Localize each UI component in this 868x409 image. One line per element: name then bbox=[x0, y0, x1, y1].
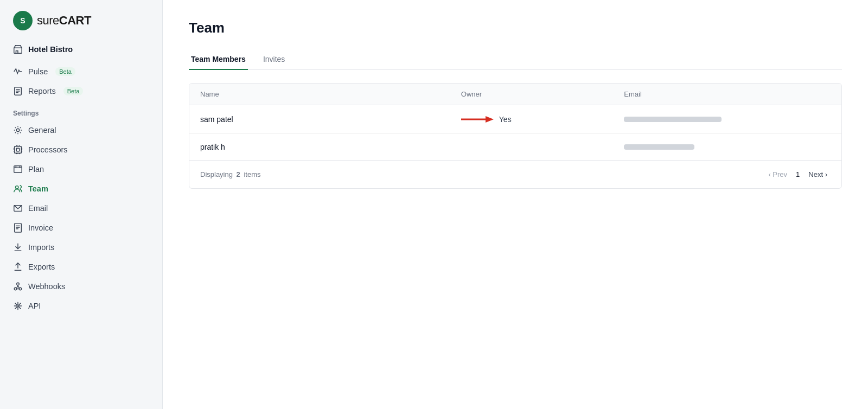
sidebar-item-team[interactable]: Team bbox=[0, 179, 162, 199]
sidebar-item-plan[interactable]: Plan bbox=[0, 159, 162, 179]
processors-icon bbox=[13, 145, 23, 155]
member-email-sam bbox=[613, 105, 841, 134]
sidebar-item-api[interactable]: API bbox=[0, 296, 162, 316]
owner-yes-label: Yes bbox=[499, 115, 512, 124]
table-row: pratik h bbox=[189, 134, 841, 161]
page-container: Team Team Members Invites Name Owner Ema… bbox=[163, 0, 868, 409]
tab-invites[interactable]: Invites bbox=[261, 49, 287, 70]
webhooks-icon bbox=[13, 282, 23, 291]
member-name-sam: sam patel bbox=[189, 105, 450, 134]
logo: S sureCART bbox=[0, 0, 162, 39]
store-name-label: Hotel Bistro bbox=[28, 45, 73, 54]
svg-point-7 bbox=[16, 129, 19, 131]
svg-rect-8 bbox=[15, 146, 22, 154]
svg-line-47 bbox=[19, 303, 21, 305]
svg-point-40 bbox=[17, 305, 19, 307]
logo-text: sureCART bbox=[37, 14, 91, 28]
svg-marker-50 bbox=[486, 116, 494, 123]
team-icon bbox=[13, 184, 23, 194]
next-button[interactable]: Next › bbox=[805, 169, 831, 180]
red-arrow-annotation bbox=[461, 114, 494, 125]
sidebar-item-invoice[interactable]: Invoice bbox=[0, 218, 162, 238]
email-redacted-sam bbox=[624, 117, 722, 122]
member-name-pratik: pratik h bbox=[189, 134, 450, 161]
prev-button[interactable]: ‹ Prev bbox=[765, 169, 790, 180]
member-owner-pratik bbox=[450, 134, 614, 161]
col-owner: Owner bbox=[450, 84, 614, 105]
sidebar-item-exports[interactable]: Exports bbox=[0, 257, 162, 277]
svg-point-38 bbox=[17, 283, 20, 285]
pulse-badge: Beta bbox=[55, 67, 75, 76]
table-header-row: Name Owner Email bbox=[189, 84, 841, 105]
pulse-icon bbox=[13, 67, 23, 76]
table-row: sam patel Yes bbox=[189, 105, 841, 134]
main-content: Team Team Members Invites Name Owner Ema… bbox=[163, 0, 868, 409]
imports-icon bbox=[13, 242, 23, 252]
plan-icon bbox=[13, 164, 23, 174]
reports-badge: Beta bbox=[63, 87, 84, 95]
page-title: Team bbox=[189, 20, 842, 36]
invoice-icon bbox=[13, 223, 23, 233]
team-table: Name Owner Email sam patel bbox=[189, 83, 842, 189]
general-icon bbox=[13, 125, 23, 135]
tab-team-members[interactable]: Team Members bbox=[189, 49, 248, 70]
col-name: Name bbox=[189, 84, 450, 105]
sidebar-item-processors[interactable]: Processors bbox=[0, 140, 162, 159]
store-icon bbox=[13, 44, 23, 54]
svg-point-26 bbox=[16, 186, 18, 189]
api-icon bbox=[13, 301, 23, 311]
svg-line-46 bbox=[19, 307, 21, 309]
svg-text:S: S bbox=[20, 16, 25, 25]
settings-section-label: Settings bbox=[0, 101, 162, 120]
pagination: Displaying 2 items ‹ Prev 1 Next › bbox=[189, 160, 841, 188]
svg-rect-22 bbox=[14, 166, 22, 173]
svg-line-48 bbox=[15, 307, 17, 309]
tabs: Team Members Invites bbox=[189, 49, 842, 70]
email-redacted-pratik bbox=[624, 144, 694, 150]
member-owner-sam: Yes bbox=[450, 105, 614, 134]
reports-icon bbox=[13, 86, 23, 96]
svg-rect-9 bbox=[16, 148, 19, 151]
svg-line-45 bbox=[15, 303, 17, 305]
sidebar-item-general[interactable]: General bbox=[0, 120, 162, 140]
page-number: 1 bbox=[793, 169, 803, 180]
pagination-info: Displaying 2 items bbox=[200, 170, 261, 178]
sidebar-item-pulse[interactable]: Pulse Beta bbox=[0, 62, 162, 81]
sidebar-item-reports[interactable]: Reports Beta bbox=[0, 81, 162, 101]
sidebar-item-email[interactable]: Email bbox=[0, 199, 162, 218]
member-email-pratik bbox=[613, 134, 841, 161]
surecart-logo-icon: S bbox=[13, 11, 33, 30]
email-icon bbox=[13, 203, 23, 213]
col-email: Email bbox=[613, 84, 841, 105]
exports-icon bbox=[13, 262, 23, 272]
svg-rect-28 bbox=[15, 223, 22, 232]
pagination-controls: ‹ Prev 1 Next › bbox=[765, 169, 831, 180]
arrow-svg bbox=[461, 114, 494, 125]
sidebar-item-imports[interactable]: Imports bbox=[0, 238, 162, 257]
store-name-item[interactable]: Hotel Bistro bbox=[0, 39, 162, 57]
sidebar: S sureCART Hotel Bistro Pulse Beta bbox=[0, 0, 163, 409]
sidebar-item-webhooks[interactable]: Webhooks bbox=[0, 277, 162, 296]
